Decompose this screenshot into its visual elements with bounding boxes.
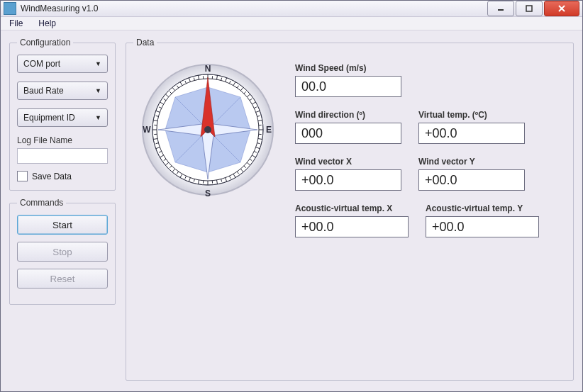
log-file-name-input[interactable]: [17, 148, 108, 164]
acoustic-temp-x-value: +00.0: [295, 216, 409, 237]
equipment-id-dropdown[interactable]: Equipment ID ▼: [17, 108, 108, 127]
wind-speed-value: 00.0: [295, 76, 401, 97]
reset-button[interactable]: Reset: [17, 269, 108, 289]
maximize-button[interactable]: [516, 1, 543, 16]
chevron-down-icon: ▼: [95, 87, 101, 94]
save-data-row: Save Data: [17, 171, 108, 181]
virtual-temp-field: Virtual temp. (ºC) +00.0: [418, 110, 525, 144]
cardinal-n: N: [205, 64, 211, 74]
start-button[interactable]: Start: [17, 215, 108, 235]
minimize-button[interactable]: [487, 1, 514, 16]
app-icon: [4, 2, 16, 15]
window-title: WindMeasuring v1.0: [21, 4, 487, 13]
acoustic-temp-x-label: Acoustic-virtual temp. X: [295, 203, 409, 213]
equipment-id-label: Equipment ID: [23, 113, 75, 123]
virtual-temp-label: Virtual temp. (ºC): [418, 110, 525, 120]
svg-rect-1: [526, 6, 532, 11]
acoustic-temp-y-field: Acoustic-virtual temp. Y +00.0: [426, 203, 539, 237]
compass-icon: N E S W: [137, 59, 279, 201]
data-legend: Data: [133, 38, 157, 47]
wind-direction-value: 000: [295, 123, 401, 144]
log-file-name-label: Log File Name: [17, 135, 108, 145]
wind-speed-label: Wind Speed (m/s): [295, 63, 401, 73]
close-icon: [557, 5, 566, 12]
wind-vector-y-label: Wind vector Y: [418, 157, 525, 167]
configuration-legend: Configuration: [17, 38, 73, 47]
chevron-down-icon: ▼: [95, 114, 101, 121]
chevron-down-icon: ▼: [95, 60, 101, 67]
baud-rate-dropdown[interactable]: Baud Rate ▼: [17, 82, 108, 100]
cardinal-w: W: [143, 125, 151, 135]
wind-vector-x-field: Wind vector X +00.0: [295, 157, 401, 191]
menubar: File Help: [1, 17, 582, 30]
cardinal-e: E: [266, 125, 272, 135]
compass-wrap: N E S W: [133, 59, 282, 237]
commands-group: Commands Start Stop Reset: [9, 198, 116, 305]
acoustic-temp-y-value: +00.0: [426, 216, 539, 237]
menu-file[interactable]: File: [6, 17, 26, 30]
cardinal-s: S: [205, 189, 211, 198]
data-group: Data: [126, 38, 574, 381]
app-window: WindMeasuring v1.0 File Help Configurati…: [0, 0, 583, 392]
save-data-label: Save Data: [32, 172, 72, 181]
commands-legend: Commands: [17, 198, 66, 208]
stop-button[interactable]: Stop: [17, 242, 108, 262]
wind-vector-x-value: +00.0: [295, 169, 401, 191]
right-column: Data: [126, 38, 574, 388]
wind-vector-x-label: Wind vector X: [295, 157, 401, 167]
window-controls: [487, 1, 579, 16]
wind-direction-label: Wind direction (º): [295, 110, 401, 120]
wind-vector-y-field: Wind vector Y +00.0: [418, 157, 525, 191]
left-column: Configuration COM port ▼ Baud Rate ▼ Equ…: [9, 38, 116, 388]
wind-direction-field: Wind direction (º) 000: [295, 110, 401, 144]
close-button[interactable]: [544, 1, 579, 16]
acoustic-temp-x-field: Acoustic-virtual temp. X +00.0: [295, 203, 409, 237]
wind-vector-y-value: +00.0: [418, 169, 525, 191]
save-data-checkbox[interactable]: [17, 171, 28, 181]
wind-speed-field: Wind Speed (m/s) 00.0: [295, 63, 401, 97]
content-area: Configuration COM port ▼ Baud Rate ▼ Equ…: [1, 30, 582, 392]
com-port-dropdown[interactable]: COM port ▼: [17, 55, 108, 73]
menu-help[interactable]: Help: [35, 17, 59, 30]
com-port-label: COM port: [23, 59, 60, 69]
configuration-group: Configuration COM port ▼ Baud Rate ▼ Equ…: [9, 38, 116, 191]
baud-rate-label: Baud Rate: [23, 86, 64, 96]
virtual-temp-value: +00.0: [418, 123, 525, 144]
svg-point-92: [204, 126, 211, 133]
acoustic-temp-y-label: Acoustic-virtual temp. Y: [426, 203, 539, 213]
data-inner: N E S W Wind Speed (m/s) 00.0: [133, 55, 566, 237]
titlebar: WindMeasuring v1.0: [1, 1, 582, 17]
minimize-icon: [497, 5, 504, 12]
readouts: Wind Speed (m/s) 00.0 Wind direction (º)…: [295, 59, 566, 237]
maximize-icon: [526, 5, 533, 12]
